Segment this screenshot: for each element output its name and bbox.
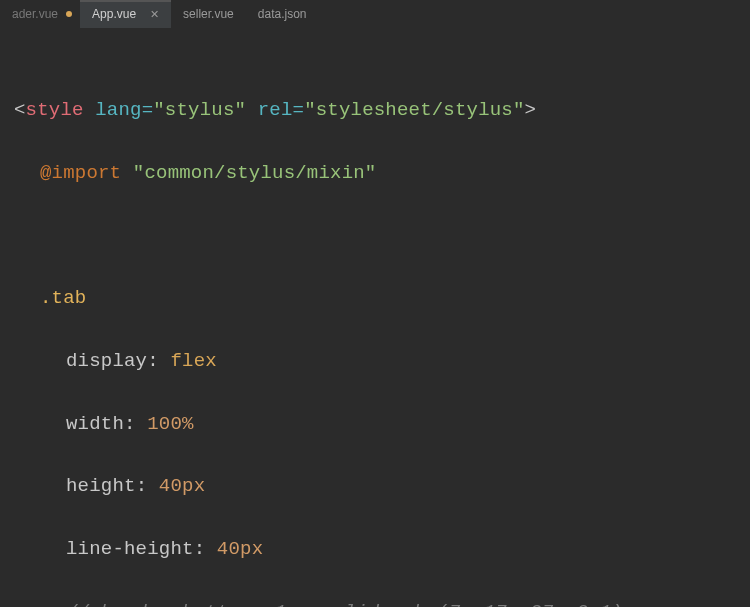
tab-file-seller[interactable]: seller.vue (171, 0, 246, 28)
code-line: @import "common/stylus/mixin" (14, 158, 740, 189)
code-line: // border-bottom: 1px solid rgba(7, 17, … (14, 597, 740, 607)
modified-dot-icon (66, 11, 72, 17)
code-line: line-height: 40px (14, 534, 740, 565)
tab-prev-file[interactable]: ader.vue (0, 0, 80, 28)
tab-bar: ader.vue App.vue ✕ seller.vue data.json (0, 0, 750, 28)
tab-label: App.vue (92, 7, 136, 21)
tab-label: ader.vue (12, 7, 58, 21)
code-line (14, 221, 740, 252)
code-editor[interactable]: <style lang="stylus" rel="stylesheet/sty… (0, 28, 750, 607)
code-line: width: 100% (14, 409, 740, 440)
tab-label: data.json (258, 7, 307, 21)
tab-label: seller.vue (183, 7, 234, 21)
code-line: .tab (14, 283, 740, 314)
code-line: height: 40px (14, 471, 740, 502)
code-line: display: flex (14, 346, 740, 377)
close-icon[interactable]: ✕ (150, 9, 159, 20)
tab-active-file[interactable]: App.vue ✕ (80, 0, 171, 28)
code-line: <style lang="stylus" rel="stylesheet/sty… (14, 95, 740, 126)
tab-file-data[interactable]: data.json (246, 0, 319, 28)
